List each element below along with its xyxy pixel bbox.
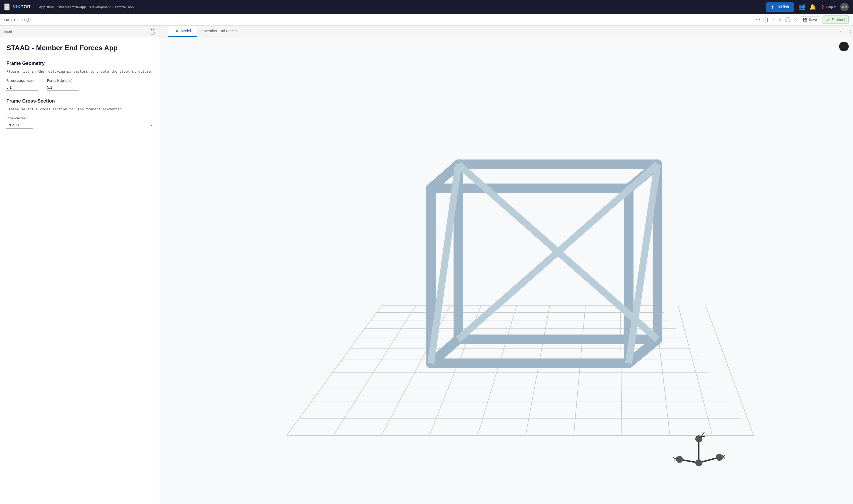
cross-section-desc: Please select a cross section for the fr… [6,107,153,111]
svg-point-47 [676,456,683,463]
svg-point-48 [695,460,702,466]
download-icon: ⬇ [778,17,782,23]
online-indicator [803,3,806,5]
top-nav: ☰ VIKTOR App store / staad-sample-app / … [0,0,853,14]
panel-content: STAAD - Member End Forces App Frame Geom… [0,37,160,504]
svg-line-18 [574,306,586,436]
panel-expand-button[interactable]: ⛶ [150,29,155,34]
frame-length-input[interactable] [6,84,38,91]
main-layout: Input ⛶ STAAD - Member End Forces App Fr… [0,25,853,504]
svg-line-22 [678,306,712,436]
tabs-container: 3D Model Member End Forces [169,25,836,37]
cross-section-title: Frame Cross-Section [6,98,153,104]
svg-line-21 [706,306,754,436]
second-bar: sample_app i ↩ 📋 ⚠ ⬇ 🕐 ✕ 💾 Save ✓ Finish… [0,14,853,25]
panel-header-label: Input [4,30,12,33]
app-name-label: sample_app i [4,18,31,22]
three-dot-menu[interactable]: ⋮ [839,42,849,51]
top-nav-right: ⬆ Publish 👥 🔔 ❓ Help ▾ AD [766,2,849,12]
frame-geometry-form: Frame Length (sm) Frame Height (m) [6,79,153,91]
breadcrumb-sample[interactable]: sample_app [115,5,134,9]
finished-button[interactable]: ✓ Finished [822,16,849,24]
tab-member-end-forces[interactable]: Member End Forces [197,25,244,37]
sep2: / [88,5,89,9]
tab-3d-model[interactable]: 3D Model [169,25,197,37]
save-icon: 💾 [803,18,807,22]
cross-section-select-wrapper: IPE200 IPE300 IPE400 IPE500 IPE600 ▾ [6,122,153,128]
help-circle-icon: ❓ [820,5,825,9]
frame-geometry-section: Frame Geometry Please fill in the follow… [6,61,153,91]
save-button[interactable]: 💾 Save [800,16,820,23]
finished-label: Finished [832,18,845,22]
panel-header: Input ⛶ [0,25,160,37]
svg-line-13 [333,306,416,436]
svg-line-12 [286,306,381,436]
info-icon[interactable]: i [26,18,31,22]
frame-cross-section: Frame Cross-Section Please select a cros… [6,98,153,128]
app-name-text: sample_app [4,18,24,22]
breadcrumb-dev[interactable]: Development [90,5,111,9]
close-icon: ✕ [794,17,797,23]
frame-height-input[interactable] [47,84,79,91]
svg-line-17 [525,306,550,436]
versions-icon[interactable]: 📋 [763,17,768,23]
frame-height-label: Frame Height (m) [47,79,79,83]
help-button[interactable]: ❓ Help ▾ [820,5,836,9]
tabs-bar: ‹ 3D Model Member End Forces › ⛶ [160,25,853,37]
tab-3d-model-label: 3D Model [175,29,191,33]
logo: VIKTOR [13,4,31,10]
viewer-area: ⋮ [160,37,853,504]
breadcrumb: App store / staad-sample-app / Developme… [39,5,134,9]
cross-section-field: Cross-Section IPE200 IPE300 IPE400 IPE50… [6,116,153,128]
frame-height-field: Frame Height (m) [47,79,79,91]
avatar[interactable]: AD [840,3,849,11]
tab-member-end-forces-label: Member End Forces [204,29,238,33]
notifications-button[interactable]: 🔔 [810,4,816,10]
app-title: STAAD - Member End Forces App [6,44,153,52]
save-label: Save [809,18,817,22]
svg-point-46 [716,454,723,461]
breadcrumb-appstore[interactable]: App store [39,5,54,9]
publish-button[interactable]: ⬆ Publish [766,2,794,12]
svg-line-16 [478,306,517,436]
sep1: / [56,5,57,9]
tab-prev-button[interactable]: ‹ [160,25,169,37]
publish-label: Publish [777,5,789,9]
cross-section-select[interactable]: IPE200 IPE300 IPE400 IPE500 IPE600 [6,122,33,128]
sep3: / [112,5,114,9]
tab-next-button[interactable]: › [836,25,845,37]
help-chevron-icon: ▾ [834,5,836,9]
right-panel: ‹ 3D Model Member End Forces › ⛶ ⋮ [160,25,853,504]
history-icon[interactable]: 🕐 [785,17,791,23]
breadcrumb-staad[interactable]: staad-sample-app [58,5,86,9]
warning-icon: ⚠ [771,17,776,23]
cross-section-label: Cross-Section [6,116,153,120]
model-svg: Z X Y [160,37,853,504]
publish-icon: ⬆ [771,4,774,10]
check-icon: ✓ [826,17,830,22]
svg-line-19 [621,306,622,436]
tab-expand-button[interactable]: ⛶ [845,25,853,37]
users-icon-button[interactable]: 👥 [799,4,805,10]
second-bar-right: ↩ 📋 ⚠ ⬇ 🕐 ✕ 💾 Save ✓ Finished [756,16,849,24]
axis-indicator-group: Z X Y [673,431,726,466]
select-arrow-icon: ▾ [151,123,152,127]
return-icon[interactable]: ↩ [756,17,760,23]
frame-geometry-desc: Please fill in the following parameters … [6,69,153,73]
frame-length-field: Frame Length (sm) [6,79,38,91]
hamburger-menu[interactable]: ☰ [4,3,10,11]
frame-geometry-title: Frame Geometry [6,61,153,66]
left-panel: Input ⛶ STAAD - Member End Forces App Fr… [0,25,160,504]
help-label: Help [826,5,833,9]
svg-line-14 [381,306,450,436]
svg-point-45 [695,435,702,442]
frame-length-label: Frame Length (sm) [6,79,38,83]
